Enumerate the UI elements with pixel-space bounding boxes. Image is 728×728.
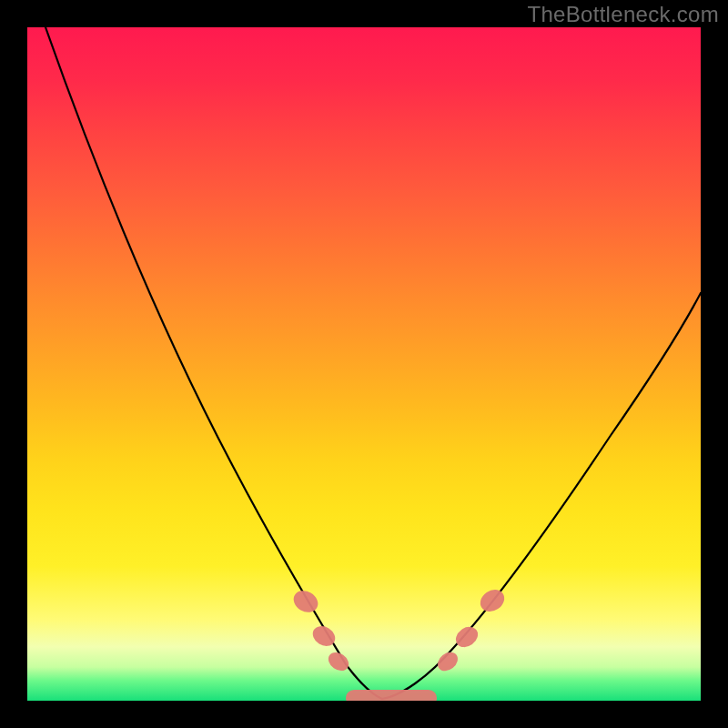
watermark-text: TheBottleneck.com [527, 2, 719, 27]
beads-left [289, 586, 352, 674]
svg-point-0 [289, 586, 321, 616]
svg-point-4 [452, 622, 482, 651]
left-curve [46, 27, 382, 699]
curve-layer [27, 27, 701, 701]
right-curve [382, 293, 701, 699]
bottom-capsule [346, 690, 437, 701]
svg-point-5 [476, 585, 509, 616]
svg-point-3 [434, 649, 461, 675]
plot-area [27, 27, 701, 701]
beads-right [434, 585, 509, 674]
chart-frame: TheBottleneck.com [0, 0, 728, 728]
